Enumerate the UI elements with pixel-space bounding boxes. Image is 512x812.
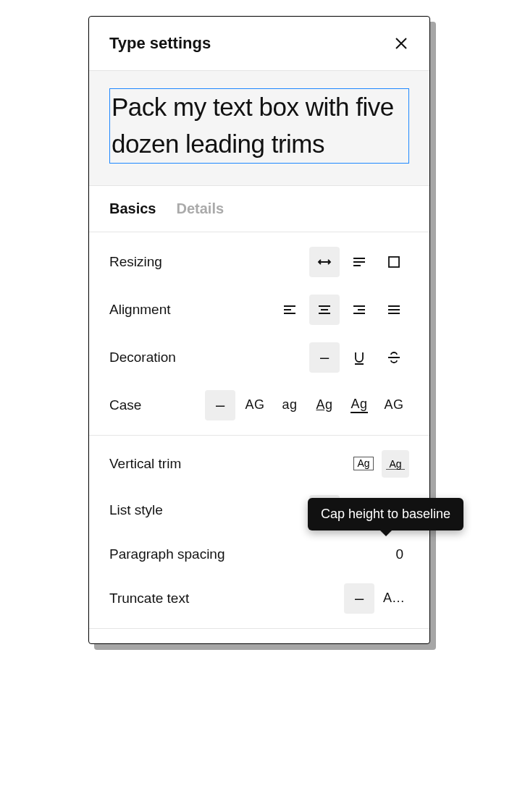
align-right-icon — [351, 301, 368, 318]
row-truncate: Truncate text – A… — [89, 575, 429, 622]
case-title-label: Ag — [316, 397, 332, 413]
section-basics-1: Resizing Alignment — [89, 232, 429, 436]
case-upper-button[interactable]: AG — [240, 390, 270, 420]
dash-icon: – — [320, 348, 329, 367]
resizing-auto-height-button[interactable] — [344, 247, 374, 277]
square-icon — [385, 253, 403, 271]
label-alignment: Alignment — [109, 302, 171, 318]
row-vertical-trim: Vertical trim Ag Ag — [89, 441, 429, 486]
resizing-fixed-button[interactable] — [379, 247, 409, 277]
truncate-ellipsis-button[interactable]: A… — [379, 583, 409, 614]
case-upper-label: AG — [245, 397, 264, 413]
vertical-trim-standard-button[interactable]: Ag — [350, 450, 377, 478]
tabs: Basics Details — [89, 186, 429, 232]
align-justify-button[interactable] — [379, 295, 409, 325]
vertical-trim-cap-baseline-button[interactable]: Ag — [382, 450, 409, 478]
panel-header: Type settings — [89, 17, 429, 70]
panel-title: Type settings — [109, 34, 211, 53]
tab-details[interactable]: Details — [177, 200, 224, 217]
align-center-button[interactable] — [309, 295, 340, 325]
row-case: Case – AG ag Ag Ag AG — [89, 381, 429, 429]
case-forced-label: Ag — [351, 397, 367, 413]
case-lower-button[interactable]: ag — [274, 390, 305, 420]
type-settings-panel: Type settings Pack my text box with five… — [88, 16, 430, 644]
label-paragraph-spacing: Paragraph spacing — [109, 546, 225, 562]
strikethrough-icon — [385, 349, 403, 366]
row-decoration: Decoration – — [89, 334, 429, 381]
decoration-none-button[interactable]: – — [309, 342, 340, 373]
align-right-button[interactable] — [344, 295, 374, 325]
tab-basics[interactable]: Basics — [109, 200, 156, 217]
resizing-auto-width-button[interactable] — [309, 247, 340, 277]
truncate-ellipsis-label: A… — [383, 591, 405, 606]
label-decoration: Decoration — [109, 350, 176, 365]
decoration-strikethrough-button[interactable] — [379, 342, 409, 373]
close-icon — [394, 36, 408, 51]
case-smallcaps-label: AG — [384, 397, 403, 413]
case-title-button[interactable]: Ag — [309, 390, 340, 420]
arrow-left-right-icon — [316, 253, 333, 271]
label-case: Case — [109, 397, 141, 413]
close-button[interactable] — [393, 35, 409, 51]
svg-rect-0 — [389, 257, 399, 267]
preview-textbox[interactable]: Pack my text box with five dozen leading… — [109, 88, 409, 164]
trim-cap-baseline-icon: Ag — [386, 458, 404, 470]
align-justify-icon — [385, 301, 403, 318]
tooltip-cap-height: Cap height to baseline — [308, 498, 463, 530]
truncate-none-button[interactable]: – — [344, 583, 374, 614]
dash-icon: – — [216, 396, 224, 415]
case-smallcaps-button[interactable]: AG — [379, 390, 409, 420]
lines-icon — [351, 253, 368, 271]
label-truncate: Truncate text — [109, 591, 189, 606]
decoration-underline-button[interactable] — [344, 342, 374, 373]
case-lower-label: ag — [282, 397, 297, 413]
row-alignment: Alignment — [89, 286, 429, 334]
align-center-icon — [316, 301, 333, 318]
section-basics-2: Vertical trim Ag Ag List style – — [89, 436, 429, 629]
truncate-options: – A… — [344, 583, 409, 614]
vertical-trim-options: Ag Ag — [350, 450, 409, 478]
case-forced-title-button[interactable]: Ag — [344, 390, 374, 420]
trim-standard-icon: Ag — [353, 457, 373, 470]
decoration-options: – — [309, 342, 409, 373]
align-left-button[interactable] — [274, 295, 305, 325]
preview-area: Pack my text box with five dozen leading… — [89, 70, 429, 186]
resizing-options — [309, 247, 409, 277]
label-resizing: Resizing — [109, 254, 162, 270]
case-none-button[interactable]: – — [205, 390, 235, 420]
row-resizing: Resizing — [89, 238, 429, 286]
paragraph-spacing-value[interactable]: 0 — [395, 546, 409, 562]
case-options: – AG ag Ag Ag AG — [205, 390, 409, 420]
row-paragraph-spacing: Paragraph spacing 0 — [89, 534, 429, 575]
underline-icon — [351, 349, 368, 366]
alignment-options — [274, 295, 409, 325]
align-left-icon — [281, 301, 298, 318]
label-list-style: List style — [109, 502, 163, 518]
dash-icon: – — [355, 589, 364, 608]
label-vertical-trim: Vertical trim — [109, 456, 181, 472]
